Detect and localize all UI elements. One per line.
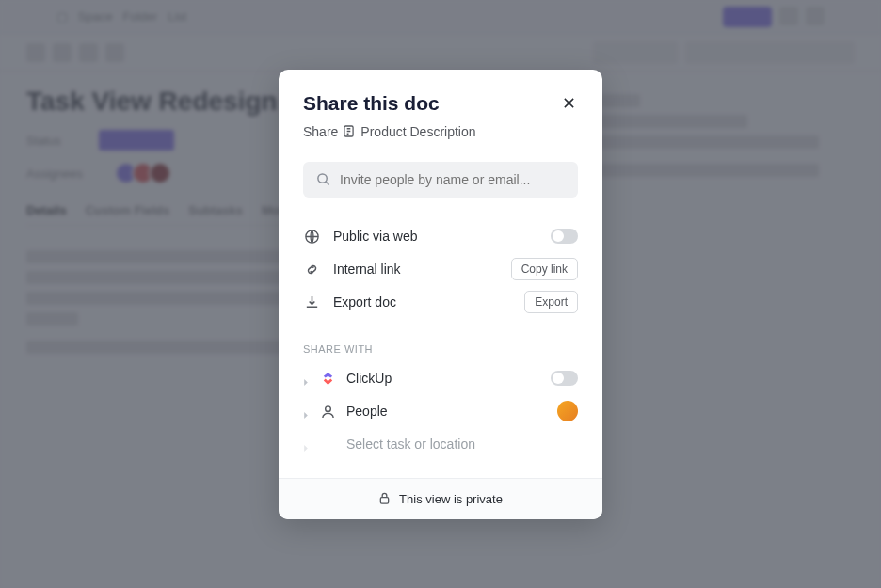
person-icon bbox=[320, 404, 336, 420]
clickup-icon bbox=[320, 371, 336, 387]
svg-point-1 bbox=[318, 174, 327, 183]
modal-footer: This view is private bbox=[279, 478, 602, 519]
clickup-toggle[interactable] bbox=[551, 371, 578, 386]
caret-icon bbox=[303, 373, 310, 383]
share-people-row[interactable]: People bbox=[303, 395, 578, 428]
caret-icon bbox=[303, 439, 310, 449]
modal-overlay[interactable]: Share this doc Share Product Description bbox=[0, 0, 881, 588]
user-avatar[interactable] bbox=[557, 401, 578, 421]
globe-icon bbox=[303, 228, 320, 245]
export-button[interactable]: Export bbox=[524, 291, 578, 313]
internal-link-row: Internal link Copy link bbox=[303, 253, 578, 286]
share-modal: Share this doc Share Product Description bbox=[279, 70, 602, 519]
caret-icon bbox=[303, 406, 310, 416]
link-icon bbox=[303, 261, 320, 278]
copy-link-button[interactable]: Copy link bbox=[511, 258, 578, 280]
share-clickup-row[interactable]: ClickUp bbox=[303, 362, 578, 395]
lock-icon bbox=[378, 492, 392, 505]
download-icon bbox=[303, 294, 320, 310]
search-icon bbox=[316, 172, 330, 186]
invite-input[interactable] bbox=[340, 172, 565, 187]
public-web-row: Public via web bbox=[303, 220, 578, 253]
modal-title: Share this doc bbox=[303, 92, 440, 115]
modal-subtitle: Share Product Description bbox=[303, 124, 578, 139]
doc-icon bbox=[344, 125, 355, 138]
public-toggle[interactable] bbox=[551, 229, 578, 244]
svg-rect-4 bbox=[380, 498, 388, 504]
share-select-row[interactable]: Select task or location bbox=[303, 428, 578, 461]
export-row: Export doc Export bbox=[303, 286, 578, 319]
svg-point-3 bbox=[326, 405, 331, 411]
search-box[interactable] bbox=[303, 162, 578, 198]
share-with-label: SHARE WITH bbox=[279, 332, 602, 358]
close-icon bbox=[563, 97, 575, 109]
close-button[interactable] bbox=[559, 94, 578, 113]
